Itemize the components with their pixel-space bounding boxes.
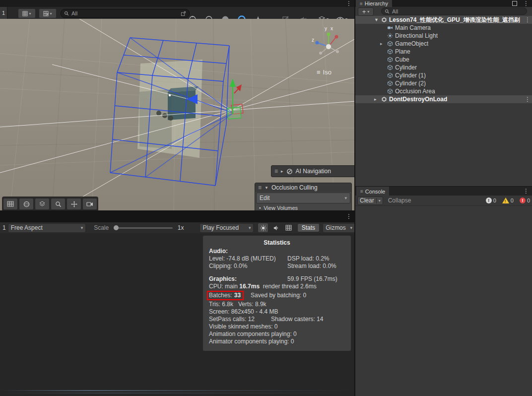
move-cross-icon <box>71 201 77 207</box>
hierarchy-item-gameobject[interactable]: ▸ GameObject <box>355 40 532 48</box>
view-volumes-toggle[interactable]: ▪ View Volumes <box>255 204 351 210</box>
expander-expanded-icon[interactable]: ▼ <box>374 17 379 22</box>
scene-search-field[interactable]: All <box>61 9 190 18</box>
hierarchy-item-cylinder[interactable]: Cylinder <box>355 64 532 71</box>
camera-object-icon <box>387 25 393 31</box>
stack-tool-button[interactable] <box>35 198 50 210</box>
hierarchy-search-field[interactable]: All <box>381 7 527 15</box>
game-window-top-bar: ⋮ <box>0 210 355 222</box>
tab-hierarchy[interactable]: ≡ Hierarchy <box>356 0 392 7</box>
hierarchy-item-occlusion-area[interactable]: Occlusion Area <box>355 87 532 95</box>
bullet-icon: ▪ <box>259 205 261 210</box>
render-reflection-line-2 <box>0 393 355 394</box>
collapse-chevron-icon[interactable]: ▼ <box>265 186 268 190</box>
tilemap-tool-button[interactable]: ▾ <box>18 8 36 18</box>
chevron-down-icon: ▾ <box>50 11 52 16</box>
unity-editor-window: ⋮ 1 ▾ ▾ All <box>0 0 532 396</box>
game-panel-kebab-menu[interactable]: ⋮ <box>346 213 352 219</box>
chevron-down-icon: ▾ <box>367 9 369 14</box>
vsync-grid-button[interactable] <box>283 223 294 233</box>
chevron-down-icon: ▾ <box>78 225 83 230</box>
gizmo-y-axis-handle[interactable] <box>327 33 331 36</box>
grid-icon <box>285 225 292 231</box>
ai-navigation-overlay[interactable]: ≡ ▸ AI Navigation <box>271 165 355 177</box>
scene-orientation-gizmo[interactable]: y x z <box>311 24 348 56</box>
expander-collapsed-icon[interactable]: ▸ <box>374 97 377 102</box>
tilemap-tool-button-2[interactable]: ▾ <box>39 8 57 18</box>
console-info-counter[interactable]: ! 0 <box>486 198 496 203</box>
game-toolbar: 1 Free Aspect ▾ Scale 1x Play Focused ▾ … <box>0 222 355 234</box>
zoom-tool-button[interactable] <box>51 198 66 210</box>
hierarchy-tab-label: Hierarchy <box>365 0 388 6</box>
stats-toggle-button[interactable]: Stats <box>297 223 320 232</box>
hierarchy-item-cylinder-1[interactable]: Cylinder (1) <box>355 71 532 79</box>
drag-handle-icon[interactable]: ≡ <box>258 184 262 191</box>
aspect-ratio-dropdown[interactable]: Free Aspect ▾ <box>8 223 86 233</box>
move-tool-button[interactable] <box>66 198 81 210</box>
console-tab-label: Console <box>365 189 385 195</box>
hierarchy-item-main-camera[interactable]: Main Camera <box>355 24 532 32</box>
cube-object-icon <box>387 80 393 86</box>
occlusion-edit-dropdown[interactable]: Edit ▾ <box>256 193 350 203</box>
search-value: All <box>71 10 77 16</box>
audio-level: Level: -74.8 dB (MUTED) <box>209 255 287 263</box>
hierarchy-item-plane[interactable]: Plane <box>355 48 532 56</box>
tris-count: Tris: 6.8k <box>209 301 233 308</box>
game-display-tab[interactable]: 1 <box>2 224 6 231</box>
hierarchy-item-cylinder-2[interactable]: Cylinder (2) <box>355 79 532 87</box>
clear-label: Clear <box>360 197 374 204</box>
drag-handle-icon[interactable]: ≡ <box>274 168 278 175</box>
scene-row-kebab[interactable]: ⋮ <box>525 17 531 23</box>
open-search-window-icon[interactable] <box>181 11 186 16</box>
occlusion-culling-overlay: ≡ ▼ Occlusion Culling Edit ▾ ▪ View Volu… <box>255 183 352 210</box>
mute-audio-button[interactable] <box>270 223 281 233</box>
gizmo-x-axis-handle[interactable] <box>335 35 338 39</box>
scene-panel-kebab-menu[interactable]: ⋮ <box>346 0 352 6</box>
hierarchy-tree: ▼ Lesson74_性能优化_GPU_增强渲染性能_遮挡剔 ⋮ Main Ca… <box>355 16 532 186</box>
dontdestroy-row-kebab[interactable]: ⋮ <box>525 96 531 102</box>
dontdestroyonload-scene-row[interactable]: ▸ DontDestroyOnLoad ⋮ <box>355 95 532 103</box>
console-kebab-menu[interactable]: ⋮ <box>523 188 529 194</box>
console-clear-button[interactable]: Clear ▾ <box>357 197 383 205</box>
console-collapse-toggle[interactable]: Collapse <box>388 197 411 204</box>
play-focused-dropdown[interactable]: Play Focused ▾ <box>200 223 254 233</box>
maximize-window-icon[interactable] <box>512 1 517 6</box>
console-log-area[interactable] <box>355 206 532 396</box>
camera-tool-button[interactable] <box>82 198 97 210</box>
gizmo-center-handle[interactable] <box>326 44 332 50</box>
scene-asset-icon <box>381 17 387 23</box>
console-tab-bar: ≡ Console ⋮ <box>355 186 532 196</box>
hierarchy-item-directional-light[interactable]: Directional Light <box>355 32 532 40</box>
game-viewport[interactable]: Statistics Audio: Level: -74.8 dB (MUTED… <box>0 233 355 396</box>
display-tab-1[interactable]: 1 <box>0 7 7 19</box>
statistics-overlay: Statistics Audio: Level: -74.8 dB (MUTED… <box>202 235 351 351</box>
cpu-main-ms: 16.7ms <box>239 283 260 290</box>
hierarchy-item-cube[interactable]: Cube <box>355 56 532 64</box>
camera-icon <box>86 201 93 207</box>
terrain-tool-button[interactable] <box>3 198 18 210</box>
cube-object-icon <box>387 65 393 70</box>
create-object-button[interactable]: + ▾ <box>358 7 374 16</box>
lighting-toggle-button[interactable] <box>258 223 268 233</box>
light-object-icon <box>387 33 393 39</box>
expand-icon[interactable]: ▸ <box>281 169 283 174</box>
console-warning-counter[interactable]: ! 0 <box>502 198 514 203</box>
gizmo-z-axis-handle[interactable] <box>316 41 319 45</box>
gizmos-dropdown[interactable]: Gizmos ▾ <box>323 223 355 233</box>
occlusion-culling-header[interactable]: ≡ ▼ Occlusion Culling <box>255 183 351 192</box>
tab-console[interactable]: ≡ Console <box>356 187 389 196</box>
sphere-tool-button[interactable] <box>19 198 34 210</box>
stream-load: Stream load: 0.0% <box>287 263 336 270</box>
projection-toggle-iso[interactable]: ≡ Iso <box>317 68 332 76</box>
console-error-counter[interactable]: ! 0 <box>520 198 530 203</box>
sphere-icon <box>23 201 30 207</box>
expander-collapsed-icon[interactable]: ▸ <box>380 41 383 46</box>
scene-viewport[interactable]: y x z ≡ Iso ≡ ▸ AI Navigation ≡ ▼ Occlus… <box>0 19 355 210</box>
scale-slider[interactable] <box>114 227 173 229</box>
scale-slider-knob[interactable] <box>114 225 119 230</box>
graphics-heading: Graphics: <box>209 275 287 283</box>
hierarchy-kebab-menu[interactable]: ⋮ <box>523 0 529 6</box>
scene-row[interactable]: ▼ Lesson74_性能优化_GPU_增强渲染性能_遮挡剔 ⋮ <box>355 16 532 24</box>
error-badge-icon: ! <box>520 198 526 203</box>
scale-value: 1x <box>178 224 184 231</box>
